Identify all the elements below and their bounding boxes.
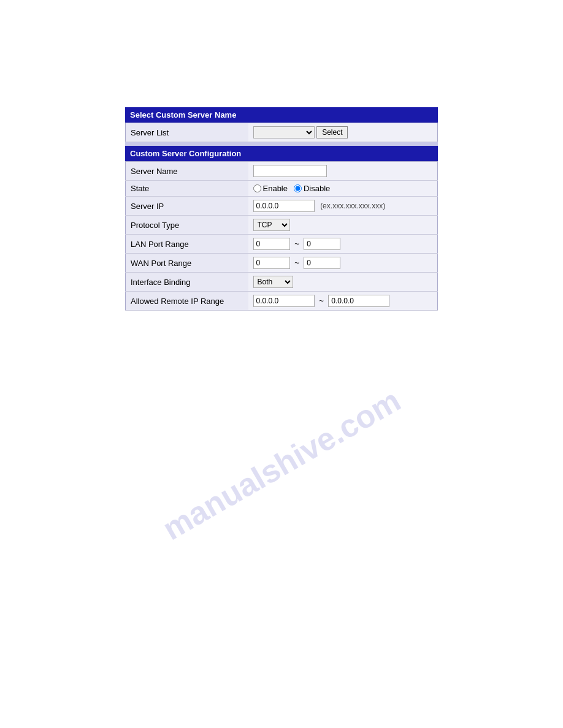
enable-radio-text: Enable — [263, 184, 288, 193]
wan-port-range-value-cell: ~ — [248, 254, 438, 273]
form-container: Select Custom Server Name Server List Se… — [125, 107, 438, 728]
allowed-remote-ip-to-input[interactable] — [328, 295, 389, 307]
server-ip-hint: (ex.xxx.xxx.xxx.xxx) — [320, 202, 385, 210]
server-name-value-cell — [248, 162, 438, 181]
lan-port-range-label: LAN Port Range — [126, 235, 248, 254]
server-ip-value-cell: (ex.xxx.xxx.xxx.xxx) — [248, 197, 438, 216]
lan-port-range-row: LAN Port Range ~ — [126, 235, 438, 254]
server-name-row: Server Name — [126, 162, 438, 181]
enable-radio[interactable] — [253, 184, 261, 192]
server-list-select[interactable] — [253, 126, 315, 138]
wan-port-from-input[interactable] — [253, 257, 290, 269]
server-list-label: Server List — [126, 123, 248, 142]
server-name-input[interactable] — [253, 165, 327, 177]
select-section-table: Server List Select — [125, 123, 438, 142]
protocol-type-select[interactable]: TCP UDP — [253, 219, 290, 231]
allowed-remote-ip-label: Allowed Remote IP Range — [126, 292, 248, 311]
state-label: State — [126, 181, 248, 197]
interface-binding-select[interactable]: Both LAN WAN — [253, 276, 293, 288]
allowed-remote-ip-tilde: ~ — [319, 296, 324, 305]
interface-binding-label: Interface Binding — [126, 273, 248, 292]
state-radio-group: Enable Disable — [253, 184, 433, 193]
lan-port-to-input[interactable] — [304, 238, 340, 250]
state-row: State Enable Disable — [126, 181, 438, 197]
wan-port-range-label: WAN Port Range — [126, 254, 248, 273]
config-section-header: Custom Server Configuration — [125, 146, 438, 161]
config-section-table: Server Name State Enable — [125, 161, 438, 311]
allowed-remote-ip-from-input[interactable] — [253, 295, 315, 307]
allowed-remote-ip-value-cell: ~ — [248, 292, 438, 311]
interface-binding-value-cell: Both LAN WAN — [248, 273, 438, 292]
lan-port-from-input[interactable] — [253, 238, 290, 250]
disable-radio-label[interactable]: Disable — [294, 184, 330, 193]
disable-radio-text: Disable — [304, 184, 330, 193]
interface-binding-row: Interface Binding Both LAN WAN — [126, 273, 438, 292]
protocol-type-label: Protocol Type — [126, 216, 248, 235]
wan-port-tilde: ~ — [294, 258, 299, 267]
protocol-type-value-cell: TCP UDP — [248, 216, 438, 235]
enable-radio-label[interactable]: Enable — [253, 184, 288, 193]
server-list-value-cell: Select — [248, 123, 438, 142]
server-list-row: Server List Select — [126, 123, 438, 142]
lan-port-tilde: ~ — [294, 239, 299, 248]
wan-port-to-input[interactable] — [304, 257, 340, 269]
server-ip-label: Server IP — [126, 197, 248, 216]
lan-port-range-value-cell: ~ — [248, 235, 438, 254]
select-section-header: Select Custom Server Name — [125, 107, 438, 123]
server-name-label: Server Name — [126, 162, 248, 181]
wan-port-range-row: WAN Port Range ~ — [126, 254, 438, 273]
server-ip-input[interactable] — [253, 200, 315, 212]
select-button[interactable]: Select — [316, 126, 348, 138]
allowed-remote-ip-row: Allowed Remote IP Range ~ — [126, 292, 438, 311]
state-value-cell: Enable Disable — [248, 181, 438, 197]
page-container: Select Custom Server Name Server List Se… — [0, 0, 563, 728]
server-ip-row: Server IP (ex.xxx.xxx.xxx.xxx) — [126, 197, 438, 216]
disable-radio[interactable] — [294, 184, 302, 192]
protocol-type-row: Protocol Type TCP UDP — [126, 216, 438, 235]
